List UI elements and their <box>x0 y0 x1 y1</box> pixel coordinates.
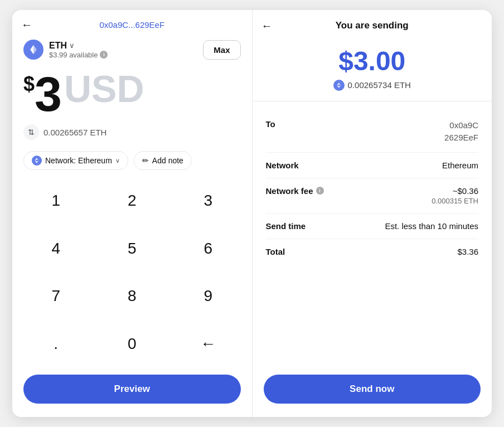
eth-equiv-text: 0.00265657 ETH <box>43 128 106 137</box>
network-fee-label: Network fee i <box>266 186 324 196</box>
key-7[interactable]: 7 <box>18 273 94 321</box>
right-header: ← You are sending <box>253 10 492 37</box>
network-fee-value: ~$0.36 <box>432 186 478 196</box>
key-5[interactable]: 5 <box>94 225 171 273</box>
token-balance: $3.99 available i <box>49 51 108 59</box>
send-eth-amount: 0.00265734 ETH <box>333 80 411 91</box>
total-row: Total $3.36 <box>266 239 479 264</box>
numpad: 1 2 3 4 5 6 7 8 9 . 0 ← <box>12 177 252 368</box>
svg-marker-13 <box>337 85 339 88</box>
send-panel: ← 0x0a9C...629EeF ETH <box>12 10 253 417</box>
balance-info-icon[interactable]: i <box>100 51 108 59</box>
svg-marker-12 <box>339 85 341 88</box>
send-time-row: Send time Est. less than 10 minutes <box>266 213 479 239</box>
token-row: ETH ∨ $3.99 available i Max <box>12 35 252 64</box>
send-eth-value: 0.00265734 ETH <box>348 80 411 90</box>
add-note-button[interactable]: ✏ Add note <box>134 151 192 170</box>
network-chevron-icon: ∨ <box>115 157 120 164</box>
right-title: You are sending <box>336 20 409 31</box>
to-address: 0x0a9C 2629EeF <box>444 119 478 144</box>
fee-info-icon[interactable]: i <box>316 187 324 195</box>
network-button[interactable]: Network: Ethereum ∨ <box>23 151 128 170</box>
svg-marker-9 <box>35 161 37 163</box>
to-address-line2: 2629EeF <box>444 132 478 144</box>
detail-section: To 0x0a9C 2629EeF Network Ethereum Netwo… <box>253 101 492 368</box>
total-label: Total <box>266 247 285 256</box>
send-now-btn-wrap: Send now <box>253 368 492 417</box>
send-eth-icon <box>333 80 345 91</box>
options-row: Network: Ethereum ∨ ✏ Add note <box>12 147 252 177</box>
token-name-group: ETH ∨ $3.99 available i <box>49 41 108 59</box>
total-value: $3.36 <box>457 247 478 256</box>
key-8[interactable]: 8 <box>94 273 171 321</box>
key-backspace[interactable]: ← <box>170 320 246 368</box>
token-info: ETH ∨ $3.99 available i <box>23 40 108 60</box>
key-3[interactable]: 3 <box>170 177 246 225</box>
to-label: To <box>266 119 275 129</box>
network-fee-eth: 0.000315 ETH <box>432 197 478 205</box>
wallet-address-link[interactable]: 0x0a9C...629EeF <box>99 20 164 30</box>
network-eth-icon <box>32 156 42 166</box>
eth-equivalent: ⇅ 0.00265657 ETH <box>12 121 252 147</box>
send-now-button[interactable]: Send now <box>264 375 481 404</box>
send-time-value: Est. less than 10 minutes <box>385 221 478 231</box>
max-button[interactable]: Max <box>203 40 240 60</box>
network-row: Network Ethereum <box>266 153 479 178</box>
left-header: ← 0x0a9C...629EeF <box>12 10 252 35</box>
app-container: ← 0x0a9C...629EeF ETH <box>12 10 492 417</box>
send-usd-amount: $3.00 <box>338 47 405 76</box>
to-row: To 0x0a9C 2629EeF <box>266 111 479 153</box>
key-6[interactable]: 6 <box>170 225 246 273</box>
amount-number: 3 <box>35 70 62 119</box>
send-amount-section: $3.00 0.00265734 ETH <box>253 37 492 101</box>
dollar-sign: $ <box>23 74 35 94</box>
svg-marker-8 <box>37 161 39 163</box>
confirm-panel: ← You are sending $3.00 0.00265734 ETH <box>253 10 492 417</box>
token-chevron-icon: ∨ <box>69 41 75 50</box>
send-time-label: Send time <box>266 221 306 231</box>
key-0[interactable]: 0 <box>94 320 171 368</box>
svg-marker-6 <box>37 158 39 161</box>
network-detail-value: Ethereum <box>442 161 478 170</box>
add-note-label: Add note <box>152 156 183 165</box>
key-9[interactable]: 9 <box>170 273 246 321</box>
preview-button[interactable]: Preview <box>23 375 241 404</box>
key-4[interactable]: 4 <box>18 225 94 273</box>
key-dot[interactable]: . <box>18 320 94 368</box>
network-label: Network: Ethereum <box>45 156 112 165</box>
amount-currency: USD <box>64 70 144 108</box>
network-fee-value-group: ~$0.36 0.000315 ETH <box>432 186 478 205</box>
swap-icon[interactable]: ⇅ <box>23 124 39 140</box>
key-1[interactable]: 1 <box>18 177 94 225</box>
right-back-button[interactable]: ← <box>261 20 273 32</box>
eth-icon <box>23 40 43 60</box>
left-back-button[interactable]: ← <box>21 18 32 31</box>
to-address-line1: 0x0a9C <box>444 119 478 132</box>
token-selector[interactable]: ETH ∨ <box>49 41 108 51</box>
token-name: ETH <box>49 41 67 51</box>
preview-btn-wrap: Preview <box>12 368 252 417</box>
svg-marker-10 <box>339 83 341 85</box>
network-fee-row: Network fee i ~$0.36 0.000315 ETH <box>266 178 479 213</box>
network-detail-label: Network <box>266 161 299 170</box>
amount-display: $ 3 USD <box>12 64 252 121</box>
svg-marker-11 <box>337 83 339 85</box>
svg-marker-7 <box>35 158 37 161</box>
key-2[interactable]: 2 <box>94 177 171 225</box>
pencil-icon: ✏ <box>142 156 149 165</box>
